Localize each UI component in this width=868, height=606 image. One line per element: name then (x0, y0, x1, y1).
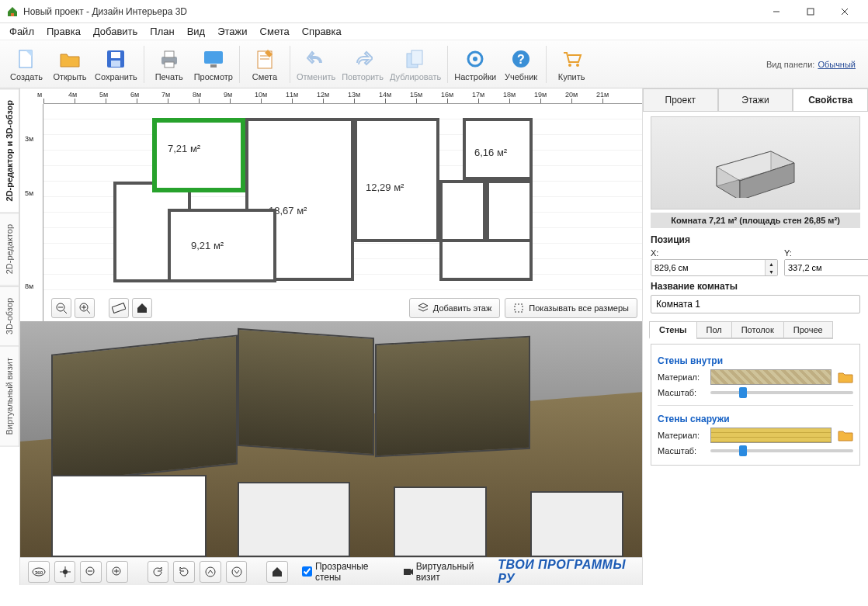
home-3d-button[interactable] (266, 561, 288, 583)
estimate-button[interactable]: Смета (243, 43, 286, 86)
tab-virtual[interactable]: Виртуальный визит (0, 346, 19, 447)
plan-canvas[interactable]: 7,21 м² 18,67 м² 12,29 м² 9,21 м² 6,16 м… (43, 104, 642, 298)
rotate-cw-button[interactable] (173, 561, 195, 583)
surface-tabs: Стены Пол Потолок Прочее (649, 321, 862, 339)
undo-icon (304, 47, 328, 71)
floorplan-view[interactable]: м4м5м6м7м8м9м10м11м12м13м14м15м16м17м18м… (20, 88, 642, 321)
notepad-icon (253, 47, 276, 71)
tilt-down-button[interactable] (226, 561, 248, 583)
gear-icon (464, 47, 487, 71)
tab-ceiling[interactable]: Потолок (731, 321, 784, 339)
room-name-input[interactable] (651, 295, 860, 313)
svg-rect-11 (165, 62, 174, 68)
room-selected[interactable] (152, 118, 245, 192)
menu-view[interactable]: Вид (182, 24, 210, 39)
home-button[interactable] (132, 298, 152, 318)
svg-text:?: ? (517, 53, 525, 66)
open-button[interactable]: Открыть (48, 43, 92, 86)
redo-button[interactable]: Повторить (339, 43, 387, 86)
svg-point-23 (568, 64, 571, 67)
room-info-label: Комната 7,21 м² (площадь стен 26,85 м²) (651, 213, 860, 228)
tab-other[interactable]: Прочее (783, 321, 833, 339)
menu-floors[interactable]: Этажи (213, 24, 252, 39)
menu-edit[interactable]: Правка (42, 24, 85, 39)
outside-material-swatch[interactable] (710, 428, 832, 443)
save-button[interactable]: Сохранить (92, 43, 141, 86)
tab-walls[interactable]: Стены (649, 321, 697, 339)
titlebar: Новый проект - Дизайн Интерьера 3D (0, 0, 868, 23)
zoom-out-3d-button[interactable] (80, 561, 102, 583)
measure-button[interactable] (109, 298, 129, 318)
3d-view[interactable] (20, 321, 642, 557)
zoom-in-button[interactable] (75, 298, 95, 318)
buy-button[interactable]: Купить (550, 43, 593, 86)
tab-2d-3d[interactable]: 2D-редактор и 3D-обзор (0, 88, 19, 213)
svg-text:360: 360 (35, 570, 43, 575)
tab-project[interactable]: Проект (643, 88, 718, 111)
room-bedroom[interactable] (354, 118, 439, 242)
cart-icon (560, 47, 583, 71)
panel-mode: Вид панели: Обычный (766, 42, 863, 86)
svg-point-24 (576, 64, 579, 67)
zoom-out-button[interactable] (51, 298, 71, 318)
svg-rect-33 (515, 304, 523, 312)
duplicate-icon (404, 47, 427, 71)
folder-icon (58, 47, 82, 71)
tab-floors[interactable]: Этажи (718, 88, 793, 111)
outside-scale-slider[interactable] (710, 449, 853, 452)
create-button[interactable]: Создать (5, 43, 48, 86)
undo-button[interactable]: Отменить (293, 43, 339, 86)
virtual-visit-button[interactable]: Виртуальный визит (403, 561, 493, 583)
menu-estimate[interactable]: Смета (255, 24, 294, 39)
tab-2d[interactable]: 2D-редактор (0, 213, 19, 286)
svg-rect-7 (111, 52, 120, 58)
room-bath[interactable] (463, 118, 533, 180)
layers-icon (418, 303, 429, 313)
settings-button[interactable]: Настройки (451, 43, 499, 86)
preview-button[interactable]: Просмотр (191, 43, 236, 86)
tab-3d[interactable]: 3D-обзор (0, 286, 19, 346)
menubar: Файл Правка Добавить План Вид Этажи Смет… (0, 23, 868, 40)
room-wc[interactable] (439, 180, 486, 242)
zoom-in-3d-button[interactable] (106, 561, 128, 583)
watermark: ТВОИ ПРОГРАММЫ РУ (498, 558, 634, 586)
menu-add[interactable]: Добавить (89, 24, 142, 39)
tilt-up-button[interactable] (200, 561, 221, 583)
tutorial-button[interactable]: ?Учебник (499, 43, 543, 86)
duplicate-button[interactable]: Дублировать (387, 43, 444, 86)
minimize-button[interactable] (759, 1, 793, 23)
browse-outside-material[interactable] (838, 428, 853, 442)
inside-scale-slider[interactable] (710, 391, 853, 394)
menu-plan[interactable]: План (145, 24, 179, 39)
room-closet[interactable] (486, 180, 533, 242)
maximize-button[interactable] (793, 1, 828, 23)
room-kitchen[interactable] (168, 209, 276, 282)
browse-inside-material[interactable] (838, 370, 853, 384)
show-dims-button[interactable]: Показывать все размеры (505, 298, 637, 318)
ruler-vertical: 3м 5м 8м (20, 104, 43, 321)
rotate-ccw-button[interactable] (148, 561, 169, 583)
panel-mode-link[interactable]: Обычный (818, 60, 856, 69)
transparent-walls-checkbox[interactable]: Прозрачные стены (302, 561, 389, 583)
svg-point-36 (63, 570, 68, 574)
orbit-button[interactable]: 360 (28, 561, 50, 583)
inside-walls-title: Стены внутри (658, 355, 853, 366)
monitor-icon (202, 47, 225, 71)
x-input[interactable]: ▲▼ (651, 259, 778, 276)
redo-icon (351, 47, 374, 71)
workspace: 2D-редактор и 3D-обзор 2D-редактор 3D-об… (0, 88, 868, 585)
menu-help[interactable]: Справка (297, 24, 346, 39)
main-toolbar: Создать Открыть Сохранить Печать Просмот… (0, 40, 868, 88)
close-button[interactable] (828, 1, 862, 23)
tab-properties[interactable]: Свойства (793, 88, 868, 111)
svg-rect-32 (112, 303, 126, 313)
menu-file[interactable]: Файл (5, 24, 39, 39)
room-corridor[interactable] (439, 242, 533, 281)
add-floor-button[interactable]: Добавить этаж (409, 298, 500, 318)
tab-floor[interactable]: Пол (696, 321, 732, 339)
y-input[interactable]: ▲▼ (784, 259, 868, 276)
print-button[interactable]: Печать (148, 43, 191, 86)
inside-material-swatch[interactable] (710, 369, 832, 385)
pan-button[interactable] (54, 561, 76, 583)
app-icon (6, 5, 19, 18)
